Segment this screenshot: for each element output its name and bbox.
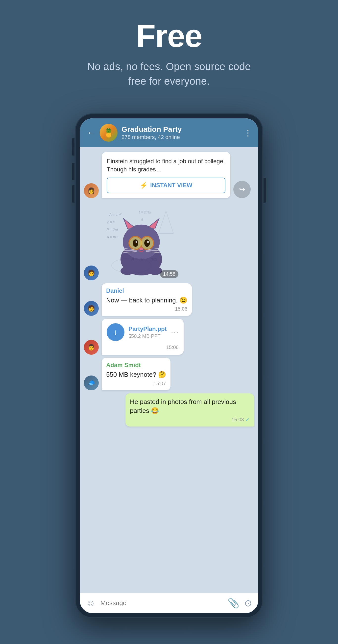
download-icon-circle[interactable]: ↓ [107, 323, 124, 341]
instant-view-card: Einstein struggled to find a job out of … [102, 152, 230, 198]
hero-title: Free [136, 20, 202, 52]
svg-point-27 [140, 248, 143, 250]
phone-screen: ← 🍍 Graduation Party 278 members, 42 onl… [80, 118, 258, 613]
svg-line-29 [123, 250, 137, 251]
daniel-bubble: Daniel Now — back to planning. 😉 15:06 [102, 283, 192, 316]
sticker-message: A = πr² V = l³ P = 2πr A = πr² t = πr½ θ… [102, 201, 181, 280]
svg-point-26 [147, 241, 149, 243]
own-time-value: 15:08 [232, 417, 244, 422]
svg-point-25 [136, 241, 137, 243]
sticker-row: 🧑 A = πr² V = l³ P = 2πr A = πr² t = πr½… [84, 201, 254, 280]
camera-button[interactable]: ⊙ [244, 598, 252, 608]
group-avatar: 🍍 [100, 124, 117, 142]
own-text: He pasted in photos from all previous pa… [130, 397, 250, 416]
own-bubble: He pasted in photos from all previous pa… [125, 393, 254, 427]
group-info: Graduation Party 278 members, 42 online [121, 125, 240, 140]
svg-point-24 [144, 239, 150, 247]
avatar-daniel: 🧑 [84, 301, 99, 316]
iv-card-row: 👩 Einstein struggled to find a job out o… [84, 152, 254, 198]
file-bubble: ↓ PartyPlan.ppt 550.2 MB PPT ⋯ 15:06 [102, 319, 184, 355]
own-time: 15:08 ✓ [130, 416, 250, 422]
adam-bubble: Adam Smidt 550 MB keynote? 🤔 15:07 [102, 358, 170, 390]
iv-article-text: Einstein struggled to find a job out of … [107, 157, 225, 174]
more-button[interactable]: ⋮ [244, 128, 252, 138]
daniel-text: Now — back to planning. 😉 [106, 296, 187, 305]
instant-view-button[interactable]: ⚡ INSTANT VIEW [107, 178, 225, 193]
group-meta: 278 members, 42 online [121, 134, 240, 140]
adam-text: 550 MB keynote? 🤔 [106, 370, 166, 379]
svg-point-23 [133, 239, 138, 247]
message-input[interactable] [100, 599, 223, 607]
phone-frame: ← 🍍 Graduation Party 278 members, 42 onl… [75, 114, 263, 618]
svg-line-32 [146, 250, 160, 251]
daniel-time: 15:06 [106, 306, 187, 312]
svg-point-34 [120, 266, 134, 275]
back-button[interactable]: ← [86, 127, 96, 138]
attach-button[interactable]: 📎 [228, 598, 239, 608]
instant-view-label: INSTANT VIEW [150, 182, 192, 189]
daniel-msg-row: 🧑 Daniel Now — back to planning. 😉 15:06 [84, 283, 254, 316]
file-msg-row: 👨 ↓ PartyPlan.ppt 550.2 MB PPT ⋯ 15:06 [84, 319, 254, 355]
phone-wrapper: ← 🍍 Graduation Party 278 members, 42 onl… [75, 114, 263, 618]
adam-time: 15:07 [106, 381, 166, 386]
group-name: Graduation Party [121, 125, 240, 134]
share-button[interactable]: ↪ [233, 181, 251, 198]
avatar-user2: 🧑 [84, 266, 99, 280]
avatar-adam: 🧢 [84, 376, 99, 390]
daniel-sender: Daniel [106, 287, 187, 294]
emoji-button[interactable]: ☺ [86, 598, 95, 608]
lightning-icon: ⚡ [140, 182, 148, 189]
adam-sender: Adam Smidt [106, 362, 166, 368]
read-check-icon: ✓ [246, 416, 250, 422]
chat-body: 👩 Einstein struggled to find a job out o… [80, 147, 258, 593]
sticker-time: 14:58 [160, 270, 178, 278]
input-bar: ☺ 📎 ⊙ [80, 593, 258, 613]
file-name: PartyPlan.ppt [128, 326, 167, 332]
file-row: ↓ PartyPlan.ppt 550.2 MB PPT ⋯ [107, 323, 179, 341]
file-time: 15:06 [107, 344, 179, 350]
own-msg-row: He pasted in photos from all previous pa… [84, 393, 254, 427]
hero-subtitle: No ads, no fees. Open source code free f… [82, 60, 256, 89]
file-meta: 550.2 MB PPT [128, 334, 167, 339]
avatar-file-sender: 👨 [84, 340, 99, 355]
hero-section: Free No ads, no fees. Open source code f… [0, 0, 338, 104]
adam-msg-row: 🧢 Adam Smidt 550 MB keynote? 🤔 15:07 [84, 358, 254, 390]
file-more-button[interactable]: ⋯ [171, 328, 179, 337]
chat-header: ← 🍍 Graduation Party 278 members, 42 onl… [80, 118, 258, 147]
file-info: PartyPlan.ppt 550.2 MB PPT [128, 326, 167, 339]
avatar-user1: 👩 [84, 183, 99, 198]
sticker-image: A = πr² V = l³ P = 2πr A = πr² t = πr½ θ… [102, 201, 181, 280]
